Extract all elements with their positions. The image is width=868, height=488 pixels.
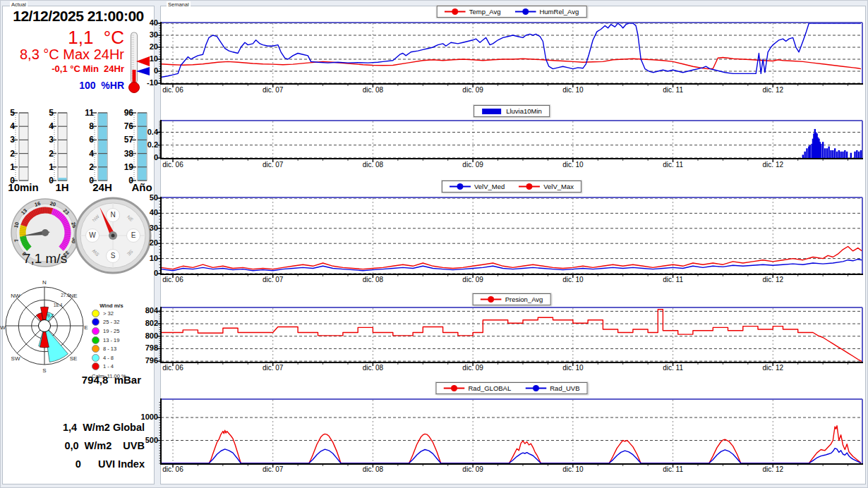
x-tick-label: dic. 09 (452, 364, 494, 372)
gauge-tick-label: 2 (76, 162, 94, 172)
semanal-panel-label: Semanal (167, 1, 191, 8)
x-tick-label: dic. 11 (652, 276, 694, 283)
x-tick-label: dic. 11 (652, 86, 694, 94)
y-tick-label: 10 (127, 54, 158, 63)
x-tick-label: dic. 10 (552, 364, 594, 372)
x-tick-label: dic. 09 (452, 161, 494, 169)
wind-legend-range-label: 19 - 25 (103, 328, 119, 334)
x-tick-label: dic. 09 (452, 86, 494, 94)
gauge-tick-label: 76 (115, 121, 133, 131)
wind-legend-color-dot-icon (92, 354, 100, 362)
legend-item: Presion_Avg (481, 295, 543, 303)
x-tick-label: dic. 10 (552, 161, 594, 169)
wind-legend-color-dot-icon (92, 327, 100, 335)
y-tick-label: 1000 (127, 413, 158, 421)
y-tick-label: 10 (127, 254, 158, 262)
wind-legend-range-label: > 32 (103, 310, 114, 317)
radiation-global-value: 1,4 W/m2 Global (0, 422, 145, 433)
x-tick-label: dic. 08 (351, 161, 394, 169)
wind-legend-color-dot-icon (92, 310, 100, 317)
wind-legend-range-label: 4 - 8 (103, 355, 114, 361)
x-tick-label: dic. 07 (252, 161, 294, 169)
legend-label: Rad_UVB (550, 384, 579, 392)
chart-legend-temperature-humidity: Temp_AvgHumRel_Avg (437, 6, 587, 18)
gauge-tick-label: 1 (35, 162, 54, 172)
legend-label: Rad_GLOBAL (469, 384, 512, 392)
legend-line-marker-icon (519, 183, 540, 190)
y-tick-label: 30 (127, 224, 158, 232)
semanal-panel (160, 6, 866, 484)
legend-line-marker-icon (445, 8, 466, 16)
wind-legend-color-dot-icon (92, 345, 100, 353)
x-tick-label: dic. 07 (252, 364, 294, 372)
x-tick-label: dic. 08 (351, 465, 394, 473)
min-temperature-24h: -0,1 °C Min 24Hr (0, 63, 124, 74)
gauge-tick-label: 4 (0, 121, 15, 131)
chart-legend-pressure: Presion_Avg (473, 293, 551, 305)
y-tick-label: 798 (127, 343, 158, 352)
legend-item: VelV_Max (519, 183, 574, 190)
y-tick-label: 800 (127, 331, 158, 340)
x-tick-label: dic. 12 (752, 276, 794, 283)
wind-legend-range-label: 13 - 19 (103, 337, 119, 343)
x-tick-label: dic. 07 (252, 465, 294, 473)
weather-station-window: Actual Semanal 371013162023263033NESWNES… (0, 0, 868, 488)
gauge-name-label: Año (121, 181, 163, 193)
x-tick-label: dic. 06 (152, 465, 194, 473)
x-tick-label: dic. 10 (552, 276, 594, 283)
gauge-tick-label: 4 (76, 149, 94, 159)
radiation-uvb-value: 0,0 W/m2 UVB (0, 440, 145, 451)
legend-item: Rad_GLOBAL (444, 384, 512, 392)
x-tick-label: dic. 06 (152, 276, 194, 283)
wind-rose-calm-label: Calm: 11.00 % (92, 373, 154, 379)
wind-legend-range-label: 25 - 32 (103, 319, 119, 325)
legend-item: Temp_Avg (445, 8, 501, 16)
current-temperature: 1,1 °C (0, 27, 124, 49)
wind-speed-value: 7,1 m/s (10, 251, 80, 267)
y-tick-label: 500 (127, 436, 158, 444)
wind-legend-color-dot-icon (92, 362, 100, 370)
legend-item: Lluvia10Min (481, 107, 542, 115)
legend-item: VelV_Med (450, 183, 505, 190)
max-temperature-24h: 8,3 °C Max 24Hr (0, 47, 124, 63)
gauge-tick-label: 6 (76, 135, 94, 145)
wind-legend-range-label: 1 - 4 (103, 363, 114, 370)
x-tick-label: dic. 12 (752, 161, 794, 169)
x-tick-label: dic. 12 (752, 86, 794, 94)
y-tick-label: 20 (127, 42, 158, 51)
x-tick-label: dic. 07 (252, 86, 294, 94)
gauge-tick-label: 19 (115, 162, 133, 172)
y-tick-label: 0 (127, 66, 158, 75)
gauge-tick-label: 5 (0, 108, 15, 118)
gauge-tick-label: 2 (0, 149, 15, 159)
y-tick-label: 804 (127, 306, 158, 315)
chart-legend-radiation: Rad_GLOBALRad_UVB (436, 382, 588, 394)
x-tick-label: dic. 12 (752, 364, 794, 372)
legend-bar-swatch-icon (481, 107, 502, 115)
x-tick-label: dic. 08 (351, 276, 394, 283)
x-tick-label: dic. 12 (752, 465, 794, 473)
legend-line-marker-icon (444, 384, 465, 392)
legend-label: Temp_Avg (469, 8, 501, 16)
gauge-tick-label: 2 (35, 149, 54, 159)
legend-label: Lluvia10Min (506, 107, 542, 115)
x-tick-label: dic. 09 (452, 276, 494, 283)
legend-label: Presion_Avg (505, 295, 543, 303)
y-tick-label: 30 (127, 30, 158, 39)
x-tick-label: dic. 06 (152, 364, 194, 372)
wind-legend-range-label: 8 - 13 (103, 346, 116, 352)
x-tick-label: dic. 11 (652, 161, 694, 169)
gauge-tick-label: 38 (115, 149, 133, 159)
legend-line-marker-icon (450, 183, 471, 190)
legend-line-marker-icon (525, 384, 546, 392)
x-tick-label: dic. 10 (552, 86, 594, 94)
y-tick-label: 50 (127, 193, 158, 202)
gauge-tick-label: 11 (76, 108, 94, 118)
legend-item: HumRel_Avg (514, 8, 579, 16)
wind-legend-color-dot-icon (92, 318, 100, 326)
current-humidity: 100 %HR (0, 80, 124, 91)
x-tick-label: dic. 10 (552, 465, 594, 473)
x-tick-label: dic. 06 (152, 86, 194, 94)
x-tick-label: dic. 08 (351, 364, 394, 372)
y-tick-label: 802 (127, 319, 158, 327)
